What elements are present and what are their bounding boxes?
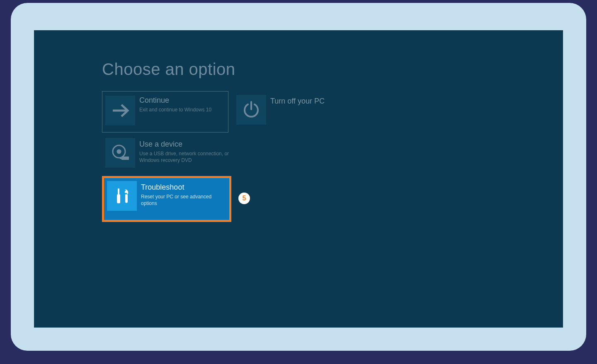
option-troubleshoot-texts: Troubleshoot Reset your PC or see advanc… — [137, 183, 226, 207]
option-turn-off-texts: Turn off your PC — [266, 96, 363, 106]
disc-usb-icon — [105, 138, 135, 168]
option-troubleshoot-desc: Reset your PC or see advanced options — [141, 193, 224, 207]
option-turn-off[interactable]: Turn off your PC — [236, 91, 363, 133]
option-continue-title: Continue — [139, 96, 226, 105]
option-turn-off-title: Turn off your PC — [270, 96, 360, 106]
option-troubleshoot[interactable]: Troubleshoot Reset your PC or see advanc… — [102, 176, 231, 222]
recovery-screen: Choose an option Continue — [34, 30, 563, 328]
page-title: Choose an option — [102, 60, 235, 79]
option-continue-texts: Continue Exit and continue to Windows 10 — [135, 96, 228, 113]
option-troubleshoot-title: Troubleshoot — [141, 183, 224, 192]
svg-rect-5 — [120, 157, 122, 159]
svg-point-3 — [117, 150, 121, 153]
tools-icon — [107, 181, 137, 211]
content-area: Choose an option Continue — [102, 60, 235, 91]
step-badge: 5 — [238, 193, 250, 204]
option-use-device-desc: Use a USB drive, network connection, or … — [139, 150, 229, 164]
svg-rect-7 — [117, 194, 120, 203]
option-continue[interactable]: Continue Exit and continue to Windows 10 — [102, 91, 228, 133]
svg-rect-6 — [118, 188, 119, 194]
option-continue-desc: Exit and continue to Windows 10 — [139, 106, 226, 113]
option-use-device[interactable]: Use a device Use a USB drive, network co… — [105, 138, 232, 169]
power-icon — [236, 95, 266, 125]
arrow-right-icon — [105, 96, 135, 125]
svg-rect-4 — [121, 157, 129, 160]
option-use-device-texts: Use a device Use a USB drive, network co… — [135, 140, 232, 164]
outer-panel: Choose an option Continue — [11, 3, 586, 351]
option-use-device-title: Use a device — [139, 140, 229, 149]
